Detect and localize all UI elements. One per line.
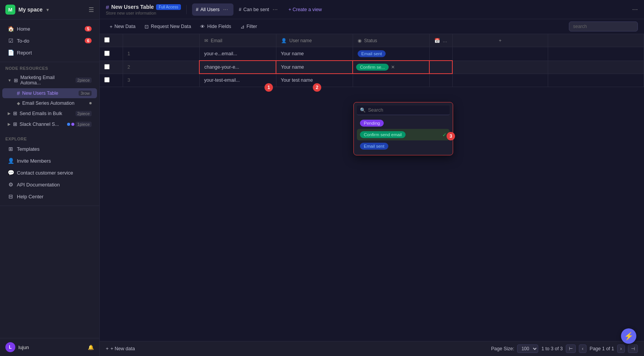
search-input[interactable] [569, 21, 638, 31]
filter-button[interactable]: ⊿ Filter [237, 22, 261, 31]
row-checkbox[interactable] [104, 77, 110, 82]
fab-button[interactable]: ⚡ [621, 328, 636, 344]
plus-icon: + [110, 24, 113, 30]
row-checkbox[interactable] [104, 51, 110, 56]
row-select-cell[interactable] [100, 47, 123, 61]
sidebar-item-label: Slack Channel S... [20, 122, 59, 127]
sidebar-item-slack-channel[interactable]: ▶ ⊞ Slack Channel S... 1piece [2, 119, 97, 129]
status-cell[interactable]: Confirm se... ✕ [353, 61, 429, 74]
row-checkbox[interactable] [104, 64, 110, 69]
sidebar-collapse-button[interactable]: ☰ [89, 6, 94, 13]
createdat-cell[interactable] [429, 61, 452, 74]
create-view-label: + Create a view [288, 7, 322, 12]
lightning-icon: ⚡ [624, 331, 634, 341]
row-select-cell[interactable] [100, 74, 123, 87]
tab-more-icon[interactable]: ··· [222, 5, 230, 14]
eye-icon: 👁 [200, 24, 205, 30]
confirm-send-badge: Confirm send email [360, 131, 406, 138]
sidebar-item-contact-customer-service[interactable]: 💬 Contact customer service [2, 167, 97, 178]
sidebar-item-marketing[interactable]: ▼ ⊞ Marketing Email Automa... 2piece [2, 73, 97, 88]
status-cell[interactable] [353, 74, 429, 87]
workspace-logo: M [5, 5, 15, 15]
grid-icon: ⊞ [13, 110, 17, 116]
select-all-checkbox[interactable] [104, 37, 110, 43]
page-first-button[interactable]: ⊢ [566, 344, 576, 353]
sidebar-item-new-users-table[interactable]: # New Users Table 3row [2, 88, 97, 98]
sidebar-item-label: API Documentation [17, 182, 60, 188]
blue-dot [67, 123, 70, 126]
workspace-switcher[interactable]: M My space ▾ ☰ [0, 0, 99, 20]
sidebar: M My space ▾ ☰ 🏠 Home 5 ☑ To-do 6 📄 Repo… [0, 0, 100, 356]
tab-can-be-sent[interactable]: # Can be sent ··· [235, 3, 283, 16]
email-cell[interactable]: change-your-e... [199, 61, 276, 74]
page-last-button[interactable]: ⊣ [628, 344, 638, 353]
sidebar-node-resources: Node Resources ▼ ⊞ Marketing Email Autom… [0, 62, 99, 130]
status-badge: Confirm se... [356, 64, 389, 71]
status-dropdown[interactable]: 🔍 Pending Confirm send email ✓ Email sen… [353, 102, 453, 155]
page-title: New Users Table [111, 4, 154, 10]
new-data-bottom-button[interactable]: + + New data [106, 346, 135, 351]
page-size-select[interactable]: 100 50 25 [517, 344, 538, 353]
email-cell[interactable]: your-test-email... [199, 74, 276, 87]
status-col-icon: ◉ [358, 38, 361, 43]
sidebar-item-templates[interactable]: ⊞ Templates [2, 143, 97, 155]
col-header-add[interactable]: + [452, 34, 548, 47]
createdat-cell[interactable] [429, 47, 452, 61]
sidebar-item-api-documentation[interactable]: ⚙ API Documentation [2, 179, 97, 190]
sidebar-item-home[interactable]: 🏠 Home 5 [2, 23, 97, 35]
hide-fields-button[interactable]: 👁 Hide Fields [196, 22, 235, 31]
sidebar-item-help-center[interactable]: ⊟ Help Center [2, 191, 97, 202]
page-next-button[interactable]: › [617, 344, 625, 353]
extra-cell [452, 47, 548, 61]
status-cell[interactable]: Email sent [353, 47, 429, 61]
topbar: # New Users Table Full Access Store new … [100, 0, 644, 19]
remove-status-icon[interactable]: ✕ [391, 64, 395, 70]
pending-badge: Pending [360, 120, 384, 127]
sidebar-item-send-emails[interactable]: ▶ ⊞ Send Emails in Bulk 2piece [2, 108, 97, 119]
col-header-label: Status [364, 38, 377, 43]
sidebar-item-invite-members[interactable]: 👤 Invite Members [2, 155, 97, 166]
username-cell[interactable]: Your name [276, 61, 353, 74]
page-prev-button[interactable]: ‹ [579, 344, 586, 353]
node-resources-label: Node Resources [0, 62, 99, 72]
sidebar-item-label: To-do [17, 38, 30, 44]
col-header-status[interactable]: ◉ Status [353, 34, 429, 47]
col-header-username[interactable]: 👤 User name [276, 34, 353, 47]
row-number: 1 [128, 51, 130, 56]
tab-all-users[interactable]: # All Users ··· [192, 3, 233, 16]
notification-bell-icon[interactable]: 🔔 [88, 344, 94, 350]
tab-more-icon[interactable]: ··· [271, 5, 279, 14]
filter-icon: ⊿ [240, 24, 245, 30]
extra-cell-2 [548, 74, 644, 87]
row-select-cell[interactable] [100, 61, 123, 74]
col-header-email[interactable]: ✉ Email [199, 34, 276, 47]
col-header-createdat[interactable]: 📅 Created At [429, 34, 452, 47]
topbar-more-icon[interactable]: ··· [632, 5, 638, 13]
email-cell[interactable]: your-e...email... [199, 47, 276, 61]
hash-icon: # [17, 90, 20, 96]
new-data-button[interactable]: + New Data [106, 22, 139, 31]
sidebar-item-email-series[interactable]: ◆ Email Series Automation [2, 99, 97, 108]
dropdown-option-confirm-send[interactable]: Confirm send email ✓ [357, 129, 450, 140]
sidebar-item-todo[interactable]: ☑ To-do 6 [2, 35, 97, 46]
page-size-label: Page Size: [491, 346, 514, 351]
dropdown-search-wrap: 🔍 [357, 105, 450, 115]
sidebar-item-label: Email Series Automation [22, 101, 74, 106]
email-sent-badge: Email sent [360, 143, 388, 150]
request-new-data-button[interactable]: ⊡ Request New Data [141, 22, 195, 31]
table-container: ✉ Email 👤 User name ◉ Status 📅 Created A… [100, 34, 644, 341]
item-badge: 2piece [76, 111, 92, 116]
username-cell[interactable]: Your name [276, 47, 353, 61]
create-view-button[interactable]: + Create a view [284, 5, 325, 14]
item-badge: 2piece [76, 77, 92, 83]
expand-icon: ▶ [8, 111, 11, 115]
table-row: 1 your-e...email... Your name Email sent [100, 47, 644, 61]
sidebar-item-report[interactable]: 📄 Report [2, 47, 97, 58]
sidebar-footer: L lujun 🔔 [0, 338, 99, 356]
dropdown-search-input[interactable] [368, 107, 447, 113]
table-row: 2 change-your-e... Your name Confirm se.… [100, 61, 644, 74]
createdat-cell[interactable] [429, 74, 452, 87]
grid-icon: ⊞ [14, 77, 18, 83]
dropdown-option-pending[interactable]: Pending [357, 117, 450, 129]
dropdown-option-email-sent[interactable]: Email sent [357, 140, 450, 152]
